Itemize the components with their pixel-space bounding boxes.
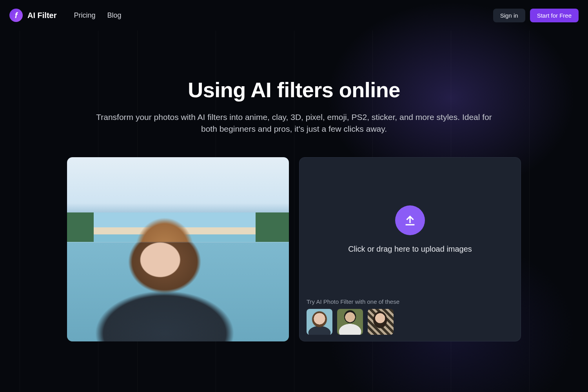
sample-thumb-3[interactable] xyxy=(368,309,394,335)
header: f AI Filter Pricing Blog Sign in Start f… xyxy=(0,0,588,31)
header-actions: Sign in Start for Free xyxy=(493,9,579,22)
preview-image xyxy=(67,157,289,341)
hero-subtitle: Transform your photos with AI filters in… xyxy=(90,111,498,135)
samples-section: Try AI Photo Filter with one of these xyxy=(305,296,515,336)
nav-blog[interactable]: Blog xyxy=(107,11,121,20)
signin-button[interactable]: Sign in xyxy=(493,9,525,22)
samples-label: Try AI Photo Filter with one of these xyxy=(307,298,514,305)
start-free-button[interactable]: Start for Free xyxy=(530,9,579,22)
hero: Using AI filters online Transform your p… xyxy=(0,78,588,135)
upload-dropzone-text: Click or drag here to upload images xyxy=(348,245,472,254)
brand-link[interactable]: f AI Filter xyxy=(9,9,56,22)
main-row: Click or drag here to upload images Try … xyxy=(0,157,588,341)
brand-name: AI Filter xyxy=(27,11,56,20)
sample-thumb-1[interactable] xyxy=(307,309,332,335)
preview-comparison-divider xyxy=(67,242,289,243)
preview-original-half xyxy=(67,242,289,341)
sample-thumbnails xyxy=(307,309,514,335)
hero-title: Using AI filters online xyxy=(0,78,588,102)
nav-pricing[interactable]: Pricing xyxy=(74,11,95,20)
logo-icon: f xyxy=(9,9,23,22)
primary-nav: Pricing Blog xyxy=(74,11,121,20)
upload-panel: Click or drag here to upload images Try … xyxy=(299,157,521,341)
upload-dropzone[interactable]: Click or drag here to upload images xyxy=(305,163,515,296)
sample-thumb-2[interactable] xyxy=(337,309,363,335)
upload-icon xyxy=(395,205,425,235)
